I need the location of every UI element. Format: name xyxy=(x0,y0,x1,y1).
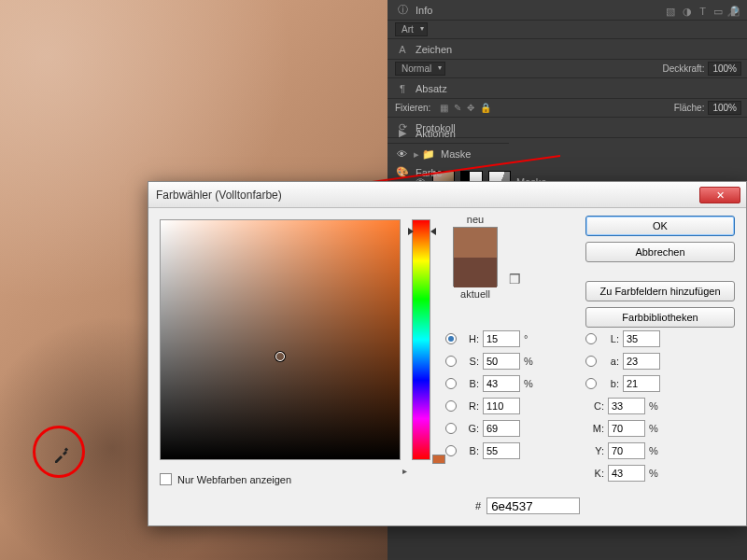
opacity-label: Deckkraft: xyxy=(662,63,704,74)
web-colors-checkbox[interactable] xyxy=(160,473,172,485)
panel-aktionen[interactable]: ▶ Aktionen xyxy=(388,123,509,144)
blend-row: Normal Deckkraft: 100% xyxy=(388,60,747,78)
radio-r[interactable] xyxy=(445,400,457,412)
cancel-button[interactable]: Abbrechen xyxy=(585,242,735,262)
color-icon: 🎨 xyxy=(395,166,410,178)
web-colors-label: Nur Webfarben anzeigen xyxy=(177,474,291,485)
lock-transparency-icon[interactable]: ▦ xyxy=(440,103,448,113)
radio-b[interactable] xyxy=(585,378,597,389)
panel-label: Farbe xyxy=(416,167,443,178)
hex-input[interactable] xyxy=(486,497,580,514)
annotation-circle xyxy=(33,426,85,478)
cube-icon[interactable]: ❒ xyxy=(509,272,521,287)
panel-farbe[interactable]: 🎨 Farbe xyxy=(388,162,509,183)
close-button[interactable]: ✕ xyxy=(699,187,740,203)
character-icon: A xyxy=(395,44,410,55)
color-cursor[interactable] xyxy=(275,352,285,361)
panels-area: ⓘ Info 🔎 Art ▧ ◑ T ▭ ◧ A Zeichen Normal … xyxy=(388,0,747,187)
new-label: neu xyxy=(445,214,505,225)
paragraph-icon: ¶ xyxy=(395,83,410,94)
y-input[interactable] xyxy=(608,442,645,459)
visibility-toggle[interactable]: 👁 xyxy=(395,148,408,160)
fill-label: Fläche: xyxy=(674,103,705,113)
websafe-swatch[interactable] xyxy=(432,455,445,464)
radio-s[interactable] xyxy=(445,356,457,367)
dialog-titlebar[interactable]: Farbwähler (Volltonfarbe) ✕ xyxy=(148,182,746,208)
fill-input[interactable]: 100% xyxy=(708,101,741,115)
layers-filter-row: Art ▧ ◑ T ▭ ◧ xyxy=(388,21,747,39)
lock-brush-icon[interactable]: ✎ xyxy=(454,103,461,113)
hex-hash: # xyxy=(475,500,481,511)
dialog-title: Farbwähler (Volltonfarbe) xyxy=(154,189,699,202)
k-input[interactable] xyxy=(608,465,645,482)
panel-zeichen[interactable]: A Zeichen xyxy=(388,39,747,60)
new-color-swatch[interactable] xyxy=(454,228,497,258)
triangle-icon: ▸ xyxy=(402,466,407,476)
actions-icon: ▶ xyxy=(395,127,410,139)
radio-h[interactable] xyxy=(445,333,457,344)
filter-shape-icon[interactable]: ▭ xyxy=(713,6,723,18)
panel-label: Info xyxy=(416,5,432,16)
eyedropper-icon xyxy=(52,445,71,464)
add-swatch-button[interactable]: Zu Farbfeldern hinzufügen xyxy=(585,281,735,301)
panel-label: Zeichen xyxy=(416,44,452,55)
b-input[interactable] xyxy=(623,375,660,392)
panel-absatz[interactable]: ¶ Absatz xyxy=(388,78,747,99)
a-input[interactable] xyxy=(623,353,660,370)
blend-mode-dropdown[interactable]: Normal xyxy=(395,62,445,76)
folder-icon: ▸ 📁 xyxy=(414,148,435,161)
filter-pixel-icon[interactable]: ▧ xyxy=(666,6,675,18)
color-picker-dialog: Farbwähler (Volltonfarbe) ✕ ▸ neu aktuel… xyxy=(148,181,747,526)
kind-dropdown[interactable]: Art xyxy=(395,22,428,36)
current-label: aktuell xyxy=(445,288,505,300)
info-icon: ⓘ xyxy=(395,3,410,17)
layer-name: Maske xyxy=(441,148,471,160)
bc-input[interactable] xyxy=(483,442,520,459)
bv-input[interactable] xyxy=(483,375,520,392)
svg-rect-0 xyxy=(64,448,68,452)
filter-adjust-icon[interactable]: ◑ xyxy=(683,6,692,18)
lock-move-icon[interactable]: ✥ xyxy=(467,103,474,113)
radio-bc[interactable] xyxy=(445,445,457,456)
g-input[interactable] xyxy=(483,420,520,437)
hue-strip[interactable] xyxy=(412,219,430,460)
m-input[interactable] xyxy=(608,420,645,437)
radio-g[interactable] xyxy=(445,423,457,434)
hue-slider-handle[interactable] xyxy=(408,228,436,233)
radio-bv[interactable] xyxy=(445,378,457,389)
l-input[interactable] xyxy=(623,330,660,347)
current-color-swatch[interactable] xyxy=(454,258,497,287)
radio-l[interactable] xyxy=(585,333,597,344)
lock-row: Fixieren: ▦ ✎ ✥ 🔒 Fläche: 100% xyxy=(388,99,747,118)
color-fields: H:° L: S:% a: B:% b: R: C:% G: M:% B: Y:… xyxy=(445,328,735,484)
panel-label: Absatz xyxy=(416,83,447,94)
s-input[interactable] xyxy=(483,353,520,370)
ok-button[interactable]: OK xyxy=(585,216,735,236)
h-input[interactable] xyxy=(483,330,520,347)
saturation-brightness-field[interactable] xyxy=(160,219,401,460)
filter-smart-icon[interactable]: ◧ xyxy=(730,6,740,18)
radio-a[interactable] xyxy=(585,356,597,367)
color-libraries-button[interactable]: Farbbibliotheken xyxy=(585,307,735,328)
web-colors-checkbox-row: Nur Webfarben anzeigen xyxy=(160,473,291,485)
swatch-preview: neu aktuell xyxy=(445,214,505,300)
c-input[interactable] xyxy=(608,398,645,414)
r-input[interactable] xyxy=(483,398,520,414)
panel-label: Aktionen xyxy=(416,128,456,139)
opacity-input[interactable]: 100% xyxy=(708,62,741,76)
lock-label: Fixieren: xyxy=(395,103,430,113)
filter-type-icon[interactable]: T xyxy=(699,6,706,18)
lock-all-icon[interactable]: 🔒 xyxy=(480,103,491,113)
